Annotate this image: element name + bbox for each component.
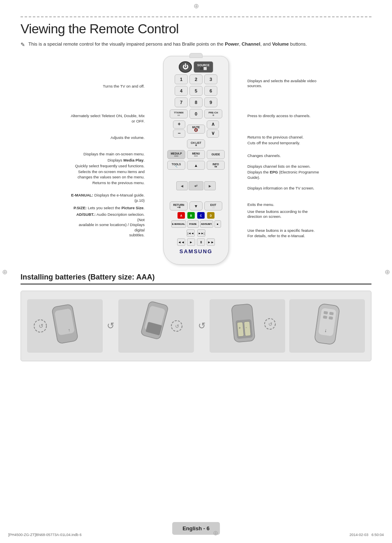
num-5-button[interactable]: 5: [189, 86, 203, 96]
label-changes-ch: Changes channels.: [245, 153, 323, 158]
row-playback: ◄◄ ► ⏸ ►►: [167, 238, 225, 246]
emanual-button[interactable]: E-MANUAL: [171, 220, 186, 228]
battery-section: Installing batteries (Battery size: AAA)…: [21, 273, 371, 361]
num-4-button[interactable]: 4: [175, 86, 188, 96]
up-button[interactable]: ▲: [187, 161, 205, 170]
ttxmix-button[interactable]: TTX/MIX≡≡: [170, 109, 188, 118]
pause-button[interactable]: ⏸: [197, 238, 205, 246]
label-disp-media: Displays Media Play.: [69, 158, 147, 163]
left-button[interactable]: ◄: [176, 181, 188, 190]
label-cuts-sound: Cuts off the sound temporarily.: [245, 141, 323, 146]
chlist-button[interactable]: CH LIST⊞: [187, 139, 205, 148]
lbl-spacer-1: [69, 68, 147, 84]
source-button[interactable]: SOURCE ⬛⬜: [194, 61, 213, 73]
exit-button[interactable]: EXIT⬜: [204, 201, 222, 210]
num-8-button[interactable]: 8: [189, 97, 203, 107]
tools-button[interactable]: TOOLS🔧: [167, 161, 185, 170]
adsubt-button[interactable]: AD/SUBT.: [200, 220, 213, 228]
svg-rect-23: [329, 316, 333, 319]
battery-svg-3: + - ↺: [214, 301, 280, 351]
label-adsubt: AD/SUBT.: Audio Description selection. (…: [69, 212, 147, 238]
row-ttx-0-prech: TTX/MIX≡≡ 0 PRE-CH⊙: [167, 109, 225, 119]
row-emanual-etc: E-MANUAL P.SIZE AD/SUBT. ■: [167, 220, 225, 228]
color-c-button[interactable]: C: [197, 212, 205, 219]
right-button[interactable]: ►: [204, 181, 216, 190]
page: ⊕ ⊕ ⊕ Viewing the Remote Control ✎ This …: [0, 0, 392, 543]
vol-dn-button[interactable]: −: [173, 129, 185, 138]
label-selects-menu: Selects the on-screen menu items andchan…: [69, 169, 147, 180]
footer: [PH4500-ZG-ZT]BN68-05773A-01L04.indb 6 ⊕…: [0, 529, 392, 537]
info-button[interactable]: INFOℹ⊞: [207, 161, 225, 170]
svg-rect-13: [244, 321, 251, 336]
prev-track-button[interactable]: |◄◄: [187, 229, 195, 237]
num-3-button[interactable]: 3: [204, 74, 217, 84]
return-button[interactable]: RETURN↩⊞: [170, 201, 188, 210]
battery-img-1: ↺ ↑: [27, 299, 103, 353]
color-d-button[interactable]: D: [207, 212, 214, 219]
row-return-down-exit: RETURN↩⊞ ▼ EXIT⬜: [167, 201, 225, 210]
color-a-button[interactable]: A: [178, 212, 185, 219]
guide-button[interactable]: GUIDE: [207, 150, 225, 159]
label-disp-epg: Displays the EPG (Electronic Programme G…: [245, 170, 323, 180]
arrow-2: ↺: [198, 321, 205, 331]
menu-button[interactable]: MENU≡≡≡: [187, 150, 205, 159]
battery-svg-2: ↺: [123, 301, 189, 351]
num-0-button[interactable]: 0: [189, 109, 203, 119]
label-disp-menu: Displays the main on-screen menu.: [69, 152, 147, 157]
label-use-btns-feat: Use these buttons in a specific feature.…: [245, 228, 323, 238]
mediap-button[interactable]: MEDIA.P▭▭: [167, 150, 185, 159]
num-1-button[interactable]: 1: [175, 74, 188, 84]
ff-button[interactable]: ►►: [207, 238, 215, 246]
row-power-source: ⏻ SOURCE ⬛⬜: [167, 61, 225, 73]
num-9-button[interactable]: 9: [204, 97, 217, 107]
battery-svg-1: ↺ ↑: [32, 301, 98, 351]
svg-text:↺: ↺: [39, 323, 44, 329]
svg-text:↺: ↺: [268, 321, 272, 327]
rew-button[interactable]: ◄◄: [177, 238, 185, 246]
ch-dn-button[interactable]: ∨: [207, 129, 219, 138]
label-emanual: E-MANUAL: Displays the e-Manual guide.(p…: [69, 193, 147, 203]
power-button[interactable]: ⏻: [179, 61, 192, 73]
left-labels: Turns the TV on and off. Alternately sel…: [69, 56, 147, 265]
battery-img-4: ↓: [289, 299, 365, 353]
mute-button[interactable]: MUTE🔇: [187, 125, 205, 134]
down-button[interactable]: ▼: [189, 201, 203, 210]
label-disp-chlist: Displays channel lists on the screen.: [245, 164, 323, 169]
row-123: 1 2 3: [167, 74, 225, 84]
row-456: 4 5 6: [167, 86, 225, 96]
label-turns-tv: Turns the TV on and off.: [69, 84, 147, 89]
psize-button[interactable]: P.SIZE: [187, 220, 199, 228]
ch-col: ∧ ∨: [207, 120, 219, 138]
label-psize: P.SIZE: Lets you select the Picture Size…: [69, 206, 147, 210]
battery-svg-4: ↓: [294, 301, 360, 351]
top-crosshair: ⊕: [194, 2, 199, 10]
enter-button[interactable]: ↵: [189, 181, 203, 190]
row-tools-up-info: TOOLS🔧 ▲ INFOℹ⊞: [167, 161, 225, 170]
num-2-button[interactable]: 2: [189, 74, 203, 84]
prech-button[interactable]: PRE-CH⊙: [204, 109, 222, 118]
svg-text:↺: ↺: [175, 323, 179, 329]
remote-control: ⏻ SOURCE ⬛⬜ 1 2 3 4 5 6: [163, 56, 229, 265]
row-chlist: CH LIST⊞: [167, 139, 225, 148]
ch-up-button[interactable]: ∧: [207, 120, 219, 129]
left-crosshair: ⊕: [2, 268, 7, 275]
num-6-button[interactable]: 6: [204, 86, 217, 96]
right-crosshair: ⊕: [385, 268, 390, 275]
row-prevnext: |◄◄ ►►|: [167, 229, 225, 237]
row-media-menu-guide: MEDIA.P▭▭ MENU≡≡≡ GUIDE: [167, 150, 225, 159]
row-789: 7 8 9: [167, 97, 225, 107]
note-text: This is a special remote control for the…: [28, 42, 307, 46]
vol-up-button[interactable]: +: [173, 120, 185, 129]
play-button[interactable]: ►: [187, 238, 195, 246]
num-7-button[interactable]: 7: [175, 97, 188, 107]
arrow-1: ↺: [107, 321, 114, 331]
battery-title: Installing batteries (Battery size: AAA): [21, 273, 371, 284]
stop-button[interactable]: ■: [214, 220, 221, 228]
samsung-logo: SAMSUNG: [167, 248, 225, 254]
next-track-button[interactable]: ►►|: [197, 229, 205, 237]
lbl-spacer-9: [69, 185, 147, 193]
color-b-button[interactable]: B: [187, 212, 195, 219]
label-exits-menu: Exits the menu.: [245, 202, 323, 207]
label-press-channels: Press to directly access to channels.: [245, 113, 323, 118]
dpad: ◄ ↵ ►: [175, 171, 217, 200]
